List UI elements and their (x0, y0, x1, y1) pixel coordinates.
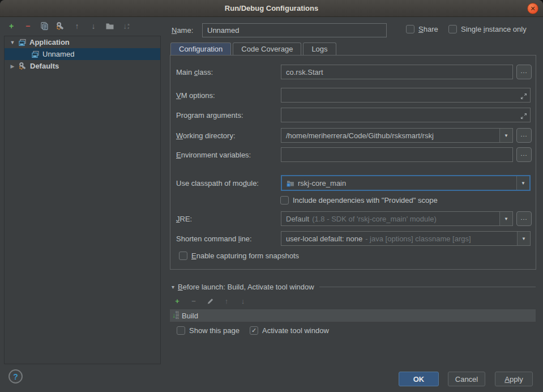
single-instance-checkbox[interactable]: Single instance only (448, 25, 527, 33)
titlebar: Run/Debug Configurations ✕ (0, 0, 543, 17)
main-class-field[interactable] (281, 65, 513, 79)
plus-icon: + (175, 297, 179, 305)
vm-options-field[interactable] (281, 88, 531, 103)
help-button[interactable]: ? (8, 369, 23, 384)
shorten-dropdown-button[interactable]: ▼ (517, 232, 530, 245)
remove-task-button[interactable]: − (190, 297, 198, 305)
classpath-module-combobox[interactable]: rskj-core_main ▼ (281, 175, 531, 191)
build-task-row[interactable]: ↓ 011001 Build (170, 309, 536, 322)
move-down-button[interactable]: ↓ (89, 22, 98, 31)
environment-variables-field[interactable] (281, 147, 513, 162)
main-class-row: Main class: ... (176, 65, 532, 79)
pencil-icon (207, 297, 214, 305)
working-directory-row: Working directory: /home/meriherrera/Cod… (176, 128, 532, 143)
create-folder-button[interactable] (105, 22, 114, 31)
ellipsis-icon: ... (520, 67, 527, 74)
checkbox-box[interactable] (280, 196, 289, 204)
tree-item-label: Unnamed (42, 50, 74, 58)
main-class-browse-button[interactable]: ... (516, 65, 532, 79)
run-debug-configurations-dialog: Run/Debug Configurations ✕ + − ↑ ↓ ↓az (0, 0, 543, 392)
folder-icon (105, 22, 114, 31)
working-directory-value: /home/meriherrera/Code/Github/rsksmart/r… (281, 129, 499, 142)
share-checkbox[interactable]: Share (406, 25, 438, 33)
working-directory-dropdown-button[interactable]: ▼ (499, 129, 512, 142)
classpath-module-dropdown-button[interactable]: ▼ (516, 176, 529, 190)
expand-field-icon[interactable] (520, 112, 527, 122)
jre-combobox[interactable]: Default(1.8 - SDK of 'rskj-core_main' mo… (281, 211, 513, 226)
edit-task-button[interactable] (206, 297, 214, 305)
jre-browse-button[interactable]: ... (516, 211, 532, 226)
activate-tool-window-checkbox[interactable]: ✓ Activate tool window (250, 326, 329, 335)
remove-configuration-button[interactable]: − (23, 22, 32, 31)
move-up-button[interactable]: ↑ (72, 22, 82, 31)
environment-variables-row: Environment variables: ... (176, 147, 532, 162)
cancel-button[interactable]: Cancel (448, 372, 485, 386)
dialog-body: + − ↑ ↓ ↓az ▼ (0, 17, 543, 392)
tab-configuration[interactable]: Configuration (170, 42, 231, 56)
checkbox-box[interactable] (406, 25, 414, 33)
tree-item-label: Defaults (30, 62, 59, 70)
shorten-command-line-combobox[interactable]: user-local default: none- java [options]… (281, 231, 531, 246)
jre-value-detail: (1.8 - SDK of 'rskj-core_main' module) (312, 215, 437, 223)
vm-options-label: VM options: (176, 91, 281, 100)
jre-dropdown-button[interactable]: ▼ (499, 212, 512, 225)
module-icon (287, 179, 294, 187)
apply-button[interactable]: Apply (495, 372, 533, 386)
wrench-gear-icon (56, 22, 65, 31)
expand-field-icon[interactable] (520, 92, 527, 102)
tree-collapsed-icon[interactable]: ▶ (8, 63, 16, 69)
working-directory-browse-button[interactable]: ... (516, 128, 532, 143)
jre-label: JRE: (176, 215, 281, 223)
tree-expanded-icon[interactable]: ▼ (8, 40, 16, 45)
minus-icon: − (191, 297, 196, 305)
section-divider (319, 287, 536, 287)
classpath-module-value: rskj-core_main (298, 179, 346, 188)
form-snapshots-label: Enable capturing form snapshots (191, 252, 299, 260)
before-launch-header[interactable]: ▾ Before launch: Build, Activate tool wi… (172, 283, 536, 291)
sort-configurations-button[interactable]: ↓az (122, 22, 131, 31)
copy-configuration-button[interactable] (40, 22, 49, 31)
configuration-tab-panel: Main class: ... VM options: Program argu… (170, 55, 536, 270)
application-icon (32, 50, 40, 58)
copy-icon (40, 22, 49, 31)
tab-logs[interactable]: Logs (303, 42, 336, 56)
tree-item-unnamed[interactable]: Unnamed (5, 48, 160, 60)
working-directory-combobox[interactable]: /home/meriherrera/Code/Github/rsksmart/r… (281, 128, 513, 143)
help-icon: ? (13, 372, 18, 381)
provided-scope-label: Include dependencies with "Provided" sco… (293, 196, 438, 204)
tab-code-coverage[interactable]: Code Coverage (233, 42, 301, 56)
section-collapse-icon[interactable]: ▾ (172, 284, 174, 290)
close-button[interactable]: ✕ (527, 3, 538, 14)
dropdown-icon: ▼ (521, 236, 526, 241)
environment-variables-browse-button[interactable]: ... (516, 147, 532, 162)
ellipsis-icon: ... (520, 214, 527, 221)
environment-variables-label: Environment variables: (176, 151, 281, 159)
sort-az-icon: az (127, 23, 129, 29)
ok-button[interactable]: OK (399, 372, 439, 386)
checkbox-box[interactable]: ✓ (250, 326, 258, 335)
move-task-down-button[interactable]: ↓ (239, 297, 247, 305)
program-arguments-field[interactable] (281, 108, 531, 122)
add-configuration-button[interactable]: + (7, 22, 16, 31)
checkbox-box[interactable] (179, 252, 187, 260)
move-task-up-button[interactable]: ↑ (223, 297, 230, 305)
sidebar: + − ↑ ↓ ↓az ▼ (0, 17, 164, 365)
program-arguments-row: Program arguments: (176, 108, 531, 122)
build-task-label: Build (182, 312, 198, 320)
checkbox-box[interactable] (177, 326, 185, 335)
add-task-button[interactable]: + (173, 297, 181, 305)
form-snapshots-checkbox[interactable]: Enable capturing form snapshots (179, 252, 299, 260)
tree-item-application[interactable]: ▼ Application (5, 36, 160, 48)
program-arguments-label: Program arguments: (176, 111, 281, 120)
tree-item-label: Application (29, 38, 70, 46)
checkbox-box[interactable] (448, 25, 457, 33)
tree-item-defaults[interactable]: ▶ Defaults (5, 60, 160, 72)
name-field[interactable] (202, 23, 387, 37)
edit-defaults-button[interactable] (56, 22, 65, 31)
down-arrow-icon: ↓ (92, 22, 96, 31)
single-instance-label: Single instance only (461, 25, 527, 33)
shorten-command-line-row: Shorten command line: user-local default… (176, 231, 531, 246)
provided-scope-checkbox[interactable]: Include dependencies with "Provided" sco… (280, 196, 438, 204)
show-this-page-checkbox[interactable]: Show this page (177, 326, 240, 335)
window-title: Run/Debug Configurations (225, 4, 318, 12)
